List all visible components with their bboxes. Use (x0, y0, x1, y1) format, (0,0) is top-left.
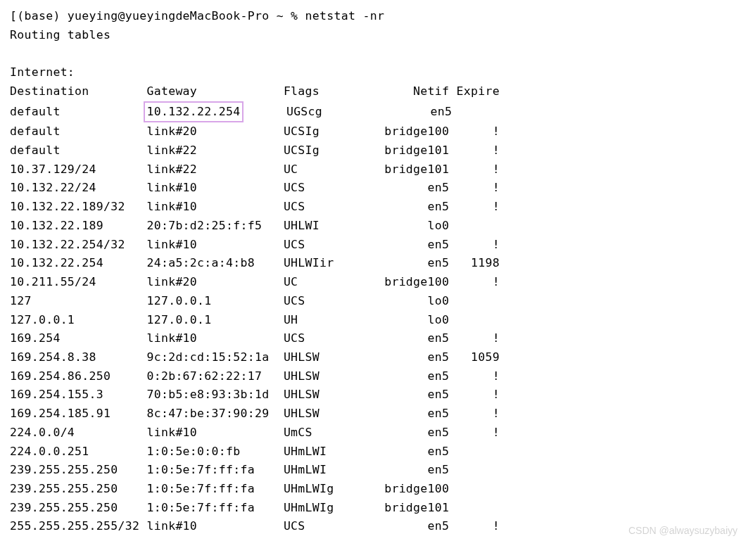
table-row: 239.255.255.250 1:0:5e:7f:ff:fa UHmLWIg … (10, 499, 736, 518)
table-row: 10.132.22.254/32 link#10 UCS en5 ! (10, 236, 736, 255)
cell-destination: default (10, 105, 146, 118)
table-row: 127 127.0.0.1 UCS lo0 (10, 292, 736, 311)
highlighted-gateway: 10.132.22.254 (144, 101, 243, 123)
table-row: 169.254.8.38 9c:2d:cd:15:52:1a UHLSW en5… (10, 348, 736, 367)
routing-tables-title: Routing tables (10, 26, 736, 45)
table-row: 169.254.155.3 70:b5:e8:93:3b:1d UHLSW en… (10, 386, 736, 405)
table-row: 239.255.255.250 1:0:5e:7f:ff:fa UHmLWIg … (10, 480, 736, 499)
column-headers: Destination Gateway Flags Netif Expire (10, 82, 736, 101)
table-row: default link#22 UCSIg bridge101 ! (10, 141, 736, 160)
internet-section-label: Internet: (10, 63, 736, 82)
table-row: 10.132.22/24 link#10 UCS en5 ! (10, 179, 736, 198)
table-row: 10.37.129/24 link#22 UC bridge101 ! (10, 160, 736, 179)
table-row: 10.211.55/24 link#20 UC bridge100 ! (10, 273, 736, 292)
table-row: 10.132.22.189/32 link#10 UCS en5 ! (10, 198, 736, 217)
blank-line (10, 44, 736, 63)
table-row: default link#20 UCSIg bridge100 ! (10, 122, 736, 141)
watermark: CSDN @alwaysuzybaiyy (628, 523, 738, 539)
table-row: 127.0.0.1 127.0.0.1 UH lo0 (10, 311, 736, 330)
table-row: 169.254 link#10 UCS en5 ! (10, 329, 736, 348)
table-row: 224.0.0/4 link#10 UmCS en5 ! (10, 424, 736, 443)
table-row: 10.132.22.189 20:7b:d2:25:f:f5 UHLWI lo0 (10, 217, 736, 236)
command-prompt-line: [(base) yueying@yueyingdeMacBook-Pro ~ %… (10, 7, 736, 26)
cell-rest: UGScg en5 (244, 105, 502, 118)
table-row: 255.255.255.255/32 link#10 UCS en5 ! (10, 517, 736, 536)
routing-table-body: default 10.132.22.254 UGScg en5 default … (10, 101, 736, 537)
table-row: 10.132.22.254 24:a5:2c:a:4:b8 UHLWIir en… (10, 254, 736, 273)
table-row: 169.254.185.91 8c:47:be:37:90:29 UHLSW e… (10, 405, 736, 424)
table-row: 169.254.86.250 0:2b:67:62:22:17 UHLSW en… (10, 367, 736, 386)
table-row: default 10.132.22.254 UGScg en5 (10, 101, 736, 123)
table-row: 224.0.0.251 1:0:5e:0:0:fb UHmLWI en5 (10, 443, 736, 462)
table-row: 239.255.255.250 1:0:5e:7f:ff:fa UHmLWI e… (10, 461, 736, 480)
